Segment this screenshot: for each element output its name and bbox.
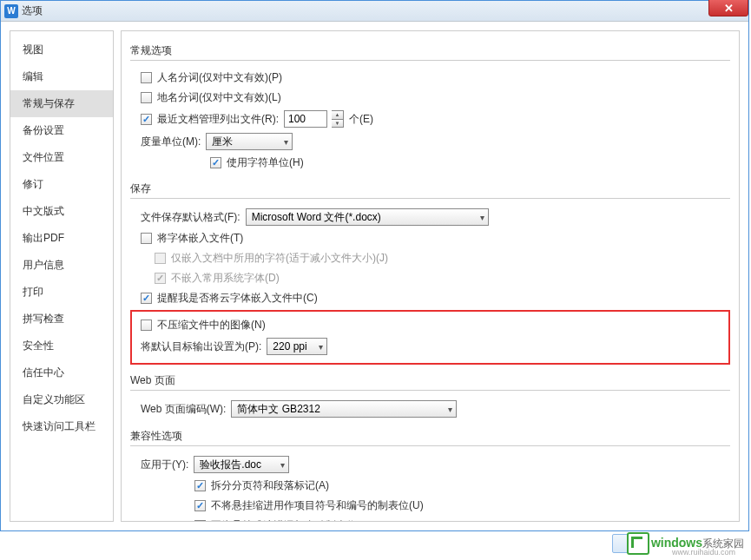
no-hang-auto-checkbox[interactable] (194, 520, 206, 522)
sidebar-item-11[interactable]: 安全性 (10, 333, 113, 359)
close-button[interactable]: ✕ (708, 0, 748, 16)
web-encoding-select[interactable]: 简体中文 GB2312 (231, 400, 457, 418)
default-format-select[interactable]: Microsoft Word 文件(*.docx) (246, 208, 489, 226)
sidebar-item-5[interactable]: 修订 (10, 171, 113, 198)
char-unit-checkbox[interactable] (210, 157, 221, 168)
measure-unit-label: 度量单位(M): (141, 135, 201, 149)
default-output-select[interactable]: 220 ppi (267, 338, 327, 355)
sidebar-item-3[interactable]: 备份设置 (10, 117, 113, 144)
main-panel: 常规选项 人名分词(仅对中文有效)(P) 地名分词(仅对中文有效)(L) 最近文… (121, 30, 740, 522)
recent-docs-label: 最近文档管理列出文件(R): (157, 112, 279, 127)
place-segment-label: 地名分词(仅对中文有效)(L) (157, 90, 281, 105)
sidebar-item-14[interactable]: 快速访问工具栏 (10, 413, 113, 440)
char-unit-label: 使用字符单位(H) (227, 155, 304, 170)
no-compress-img-checkbox[interactable] (141, 320, 152, 331)
app-icon: W (4, 4, 18, 18)
embed-fonts-checkbox[interactable] (141, 233, 152, 244)
no-hang-auto-label: 不为悬挂式缩进添加自动制表位(I) (211, 518, 366, 522)
highlight-box: 不压缩文件中的图像(N) 将默认目标输出设置为(P): 220 ppi (130, 310, 730, 365)
sidebar-item-0[interactable]: 视图 (10, 36, 113, 63)
recent-docs-spinner[interactable]: ▲ ▼ (332, 110, 344, 128)
section-general-header: 常规选项 (130, 40, 730, 61)
split-page-label: 拆分分页符和段落标记(A) (211, 478, 329, 493)
sidebar-item-13[interactable]: 自定义功能区 (10, 386, 113, 413)
sidebar-item-6[interactable]: 中文版式 (10, 198, 113, 225)
measure-unit-select[interactable]: 厘米 (206, 133, 293, 150)
sidebar-item-8[interactable]: 用户信息 (10, 252, 113, 279)
options-dialog: W 选项 ✕ 视图编辑常规与保存备份设置文件位置修订中文版式输出PDF用户信息打… (0, 0, 749, 531)
apply-to-label: 应用于(Y): (141, 458, 188, 472)
sidebar-item-9[interactable]: 打印 (10, 279, 113, 306)
no-hang-bullet-label: 不将悬挂缩进用作项目符号和编号的制表位(U) (211, 498, 424, 513)
section-compat-header: 兼容性选项 (130, 425, 730, 446)
name-segment-checkbox[interactable] (141, 72, 152, 83)
sidebar-item-12[interactable]: 信任中心 (10, 359, 113, 386)
no-embed-system-checkbox (155, 273, 166, 284)
titlebar: W 选项 ✕ (1, 1, 748, 22)
recent-docs-checkbox[interactable] (141, 114, 152, 125)
recent-docs-unit: 个(E) (349, 112, 373, 127)
sidebar-item-7[interactable]: 输出PDF (10, 225, 113, 252)
spinner-down-icon[interactable]: ▼ (332, 120, 343, 128)
section-web-header: Web 页面 (130, 370, 730, 391)
cloud-font-checkbox[interactable] (141, 293, 152, 304)
watermark: windows系统家园 www.ruihaidu.com (627, 532, 744, 555)
cloud-font-label: 提醒我是否将云字体嵌入文件中(C) (157, 291, 318, 306)
no-embed-system-label: 不嵌入常用系统字体(D) (171, 271, 280, 286)
default-output-label: 将默认目标输出设置为(P): (141, 339, 261, 354)
watermark-url: www.ruihaidu.com (672, 548, 735, 557)
split-page-checkbox[interactable] (194, 480, 206, 491)
no-hang-bullet-checkbox[interactable] (194, 500, 206, 511)
place-segment-checkbox[interactable] (141, 92, 152, 103)
embed-fonts-label: 将字体嵌入文件(T) (157, 231, 243, 246)
sidebar-item-2[interactable]: 常规与保存 (10, 90, 113, 117)
embed-used-only-checkbox (155, 253, 166, 264)
apply-to-select[interactable]: 验收报告.doc (194, 456, 289, 473)
name-segment-label: 人名分词(仅对中文有效)(P) (157, 70, 282, 85)
embed-used-only-label: 仅嵌入文档中所用的字符(适于减小文件大小)(J) (171, 251, 388, 266)
spinner-up-icon[interactable]: ▲ (332, 111, 343, 120)
default-format-label: 文件保存默认格式(F): (141, 210, 240, 225)
no-compress-img-label: 不压缩文件中的图像(N) (157, 318, 266, 333)
watermark-icon (627, 532, 649, 555)
section-save-header: 保存 (130, 178, 730, 199)
sidebar-item-4[interactable]: 文件位置 (10, 144, 113, 171)
sidebar-item-1[interactable]: 编辑 (10, 63, 113, 90)
web-encoding-label: Web 页面编码(W): (141, 402, 226, 417)
content-area: 视图编辑常规与保存备份设置文件位置修订中文版式输出PDF用户信息打印拼写检查安全… (1, 22, 748, 530)
sidebar: 视图编辑常规与保存备份设置文件位置修订中文版式输出PDF用户信息打印拼写检查安全… (10, 30, 114, 522)
recent-docs-input[interactable] (284, 110, 327, 128)
window-title: 选项 (22, 3, 43, 18)
sidebar-item-10[interactable]: 拼写检查 (10, 306, 113, 333)
